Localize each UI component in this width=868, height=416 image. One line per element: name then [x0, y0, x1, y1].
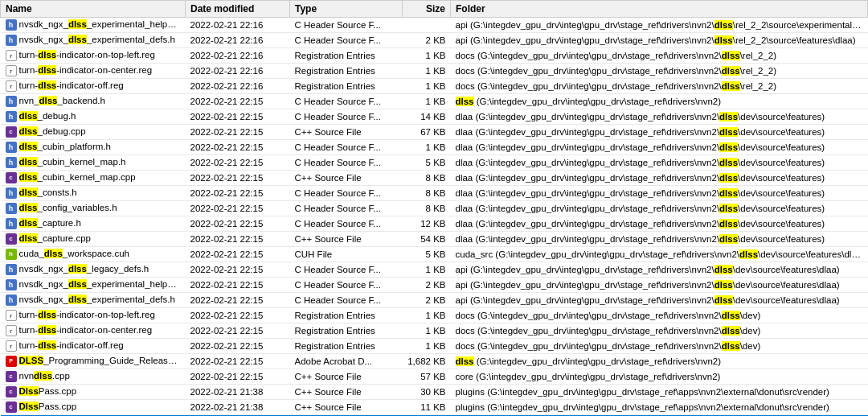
cell-size: 2 KB — [403, 33, 451, 48]
table-row[interactable]: cdlss_capture.cpp2022-02-21 22:15C++ Sou… — [1, 232, 868, 247]
table-row[interactable]: cdlss_debug.cpp2022-02-21 22:15C++ Sourc… — [1, 125, 868, 140]
highlight: dlss — [44, 249, 63, 258]
cell-date: 2022-02-21 22:15 — [186, 109, 290, 125]
cell-type: C++ Source File — [290, 400, 403, 415]
highlight: dlss — [722, 81, 740, 91]
cell-type: Registration Entries — [290, 64, 403, 79]
highlight: dlss — [714, 280, 733, 290]
table-row[interactable]: hdlss_cubin_platform.h2022-02-21 22:15C … — [1, 140, 868, 155]
table-row[interactable]: rturn-dlss-indicator-on-center.reg2022-0… — [1, 64, 868, 79]
table-row[interactable]: cDlssPass.cpp2022-02-21 21:38C++ Source … — [1, 400, 868, 415]
col-header-size[interactable]: Size — [403, 1, 451, 18]
c-header-icon: h — [6, 218, 17, 229]
highlight: Dlss — [19, 386, 39, 396]
highlight: dlss — [719, 204, 738, 213]
table-row[interactable]: rturn-dlss-indicator-on-top-left.reg2022… — [1, 308, 868, 323]
cell-date: 2022-02-21 22:15 — [186, 247, 290, 262]
cell-folder: docs (G:\integdev_gpu_drv\integ\gpu_drv\… — [451, 79, 868, 94]
cell-name: rturn-dlss-indicator-on-center.reg — [1, 323, 186, 339]
highlight: dlss — [68, 35, 87, 44]
cell-type: C++ Source File — [290, 232, 403, 247]
table-row[interactable]: hdlss_capture.h2022-02-21 22:15C Header … — [1, 216, 868, 232]
col-header-type[interactable]: Type — [290, 1, 403, 18]
table-row[interactable]: rturn-dlss-indicator-off.reg2022-02-21 2… — [1, 79, 868, 94]
highlight: dlss — [719, 173, 738, 183]
cell-folder: core (G:\integdev_gpu_drv\integ\gpu_drv\… — [451, 369, 868, 385]
cell-date: 2022-02-21 22:16 — [186, 79, 290, 94]
cell-folder: api (G:\integdev_gpu_drv\integ\gpu_drv\s… — [451, 33, 868, 48]
cpp-icon: c — [6, 402, 17, 413]
highlight: dlss — [38, 310, 56, 319]
cell-folder: api (G:\integdev_gpu_drv\integ\gpu_drv\s… — [451, 278, 868, 293]
cell-name: hnvsdk_ngx_dlss_experimental_helpers.h — [1, 18, 186, 33]
cell-name: hdlss_cubin_platform.h — [1, 140, 186, 155]
cell-type: CUH File — [290, 247, 403, 262]
c-header-icon: h — [6, 294, 17, 306]
cell-folder: docs (G:\integdev_gpu_drv\integ\gpu_drv\… — [451, 308, 868, 323]
file-list-container[interactable]: Name Date modified Type Size Folder hnvs… — [0, 0, 868, 416]
highlight: dlss — [19, 172, 38, 182]
cell-size — [403, 18, 451, 33]
cell-date: 2022-02-21 22:15 — [186, 354, 290, 369]
table-row[interactable]: hcuda_dlss_workspace.cuh2022-02-21 22:15… — [1, 247, 868, 262]
cell-folder: docs (G:\integdev_gpu_drv\integ\gpu_drv\… — [451, 64, 868, 79]
cell-folder: plugins (G:\integdev_gpu_drv\integ\gpu_d… — [451, 385, 868, 400]
col-header-date[interactable]: Date modified — [186, 1, 290, 18]
cell-name: hnvsdk_ngx_dlss_experimental_defs.h — [1, 293, 186, 308]
table-row[interactable]: cDlssPass.cpp2022-02-21 21:38C++ Source … — [1, 385, 868, 400]
cell-date: 2022-02-21 22:15 — [186, 278, 290, 293]
cell-date: 2022-02-21 22:15 — [186, 186, 290, 201]
table-row[interactable]: PDLSS_Programming_Guide_Release.pdf2022-… — [1, 354, 868, 369]
table-row[interactable]: hnvsdk_ngx_dlss_experimental_helpers.h20… — [1, 18, 868, 33]
file-tbody: hnvsdk_ngx_dlss_experimental_helpers.h20… — [1, 18, 868, 417]
cell-size: 30 KB — [403, 385, 451, 400]
table-row[interactable]: hnvn_dlss_backend.h2022-02-21 22:15C Hea… — [1, 94, 868, 109]
c-header-icon: h — [6, 35, 17, 46]
cell-size: 1,682 KB — [403, 354, 451, 369]
table-row[interactable]: hdlss_config_variables.h2022-02-21 22:15… — [1, 201, 868, 216]
col-header-name[interactable]: Name — [1, 1, 186, 18]
reg-icon: r — [6, 65, 17, 76]
cell-date: 2022-02-21 22:15 — [186, 323, 290, 339]
table-row[interactable]: hdlss_cubin_kernel_map.h2022-02-21 22:15… — [1, 155, 868, 171]
cell-size: 1 KB — [403, 339, 451, 354]
table-row[interactable]: hnvsdk_ngx_dlss_experimental_defs.h2022-… — [1, 293, 868, 308]
table-row[interactable]: hdlss_debug.h2022-02-21 22:15C Header So… — [1, 109, 868, 125]
cell-folder: api (G:\integdev_gpu_drv\integ\gpu_drv\s… — [451, 293, 868, 308]
reg-icon: r — [6, 340, 17, 352]
file-table: Name Date modified Type Size Folder hnvs… — [0, 0, 868, 416]
highlight: dlss — [68, 264, 87, 274]
highlight: dlss — [714, 295, 733, 305]
cell-date: 2022-02-21 22:15 — [186, 140, 290, 155]
highlight: dlss — [719, 234, 738, 244]
cell-folder: dlaa (G:\integdev_gpu_drv\integ\gpu_drv\… — [451, 109, 868, 125]
cell-folder: dlaa (G:\integdev_gpu_drv\integ\gpu_drv\… — [451, 171, 868, 186]
table-row[interactable]: hnvsdk_ngx_dlss_legacy_defs.h2022-02-21 … — [1, 262, 868, 278]
table-row[interactable]: rturn-dlss-indicator-off.reg2022-02-21 2… — [1, 339, 868, 354]
table-row[interactable]: hnvsdk_ngx_dlss_experimental_defs.h2022-… — [1, 33, 868, 48]
cell-size: 1 KB — [403, 308, 451, 323]
table-row[interactable]: hdlss_consts.h2022-02-21 22:15C Header S… — [1, 186, 868, 201]
table-row[interactable]: rturn-dlss-indicator-on-center.reg2022-0… — [1, 323, 868, 339]
highlight: dlss — [38, 50, 56, 60]
table-row[interactable]: hnvsdk_ngx_dlss_experimental_helpers.h20… — [1, 278, 868, 293]
col-header-folder[interactable]: Folder — [451, 1, 868, 18]
cell-size: 1 KB — [403, 94, 451, 109]
cell-folder: dlaa (G:\integdev_gpu_drv\integ\gpu_drv\… — [451, 216, 868, 232]
cell-type: C Header Source F... — [290, 18, 403, 33]
reg-icon: r — [6, 80, 17, 92]
cell-folder: dlaa (G:\integdev_gpu_drv\integ\gpu_drv\… — [451, 201, 868, 216]
cell-size: 2 KB — [403, 293, 451, 308]
cell-folder: dlaa (G:\integdev_gpu_drv\integ\gpu_drv\… — [451, 140, 868, 155]
table-row[interactable]: rturn-dlss-indicator-on-top-left.reg2022… — [1, 48, 868, 64]
cell-size: 5 KB — [403, 155, 451, 171]
table-row[interactable]: cdlss_cubin_kernel_map.cpp2022-02-21 22:… — [1, 171, 868, 186]
table-row[interactable]: cnvndlss.cpp2022-02-21 22:15C++ Source F… — [1, 369, 868, 385]
cell-size: 8 KB — [403, 171, 451, 186]
cell-name: hnvn_dlss_backend.h — [1, 94, 186, 109]
highlight: dlss — [739, 249, 758, 259]
cell-type: C++ Source File — [290, 385, 403, 400]
cell-name: rturn-dlss-indicator-on-center.reg — [1, 64, 186, 79]
cell-type: C++ Source File — [290, 125, 403, 140]
cell-name: hdlss_debug.h — [1, 109, 186, 125]
